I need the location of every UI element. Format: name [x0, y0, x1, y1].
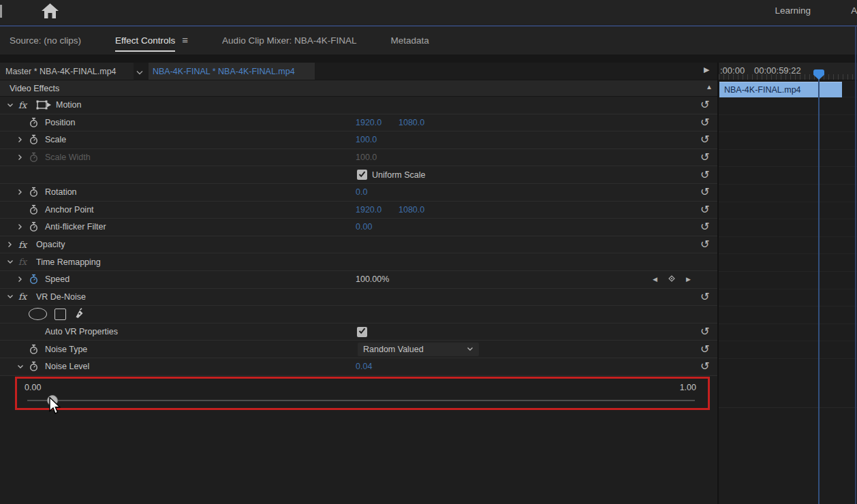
rotation-value[interactable]: 0.0: [356, 187, 399, 197]
motion-label: Motion: [56, 100, 82, 110]
add-keyframe-button[interactable]: [668, 274, 676, 285]
twirl-right-icon[interactable]: [17, 154, 29, 161]
workspace-tab-assembly[interactable]: As: [851, 5, 857, 16]
sequence-clip-tab[interactable]: NBA-4K-FINAL * NBA-4K-FINAL.mp4: [149, 63, 315, 80]
reset-parameter-button[interactable]: ↺: [700, 292, 709, 302]
rectangle-mask-button[interactable]: [54, 309, 66, 320]
anchor-point-value[interactable]: 1920.0: [356, 205, 399, 215]
reset-parameter-button[interactable]: ↺: [700, 239, 709, 250]
reset-parameter-button[interactable]: ↺: [700, 152, 709, 163]
row-motion: fxMotion↺: [0, 97, 718, 114]
keyframe-navigator: ◀▶: [653, 271, 691, 288]
uniform-scale-checkbox[interactable]: [357, 170, 367, 180]
speed-value[interactable]: 100.00%: [356, 274, 399, 284]
scale-width-value[interactable]: 100.0: [356, 153, 399, 162]
speed-label: Speed: [45, 274, 69, 284]
panel-tab-bar: Source: (no clips)Effect Controls≡Audio …: [0, 27, 857, 54]
chevron-down-icon[interactable]: [136, 68, 143, 78]
reset-parameter-button[interactable]: ↺: [700, 344, 709, 355]
video-effects-header: Video Effects ▲: [0, 80, 718, 97]
timeline-expand-icon[interactable]: ▶: [704, 65, 709, 74]
reset-parameter-button[interactable]: ↺: [700, 99, 709, 110]
mouse-cursor-icon: [48, 397, 63, 417]
timeline-ruler[interactable]: :00:00 00:00:59:22: [719, 63, 857, 80]
twirl-down-icon[interactable]: [7, 259, 18, 265]
timeline-clip-bar[interactable]: NBA-4K-FINAL.mp4: [719, 82, 842, 97]
timeline-clip-name: NBA-4K-FINAL.mp4: [724, 85, 801, 95]
stopwatch-icon[interactable]: [29, 187, 40, 198]
row-position: Position1920.01080.0↺: [0, 114, 718, 132]
twirl-right-icon[interactable]: [17, 223, 29, 230]
row-noise-level: Noise Level0.04↺: [0, 358, 718, 376]
workspace-tab-learning[interactable]: Learning: [775, 5, 811, 16]
scale-width-label: Scale Width: [45, 153, 91, 162]
position-value[interactable]: 1920.0: [356, 118, 399, 127]
anti-flicker-filter-value[interactable]: 0.00: [356, 222, 399, 232]
position-label: Position: [45, 118, 75, 127]
row-scale-width: Scale Width100.0↺: [0, 149, 718, 167]
row-mask-tools: [0, 306, 718, 324]
pen-mask-button[interactable]: [74, 308, 85, 321]
twirl-right-icon[interactable]: [17, 189, 29, 195]
reset-parameter-button[interactable]: ↺: [700, 134, 709, 145]
next-keyframe-button[interactable]: ▶: [686, 276, 691, 283]
row-time-remapping: fxTime Remapping: [0, 253, 718, 271]
scale-label: Scale: [45, 135, 66, 144]
reset-parameter-button[interactable]: ↺: [700, 204, 709, 215]
twirl-down-icon[interactable]: [7, 102, 18, 108]
twirl-right-icon[interactable]: [17, 136, 29, 143]
noise-type-dropdown[interactable]: Random Valued: [358, 343, 479, 356]
previous-keyframe-button[interactable]: ◀: [653, 276, 657, 283]
noise-type-label: Noise Type: [45, 345, 87, 354]
position-value[interactable]: 1080.0: [399, 118, 441, 127]
application-top-bar: Learning As: [0, 0, 857, 25]
fx-badge-icon: fx: [18, 100, 33, 110]
twirl-right-icon[interactable]: [7, 241, 18, 248]
opacity-label: Opacity: [36, 240, 65, 249]
reset-parameter-button[interactable]: ↺: [700, 117, 709, 128]
anchor-point-value[interactable]: 1080.0: [399, 205, 441, 215]
video-effects-title: Video Effects: [10, 84, 59, 93]
window-edge-accent: [0, 5, 2, 18]
tab-effect-controls[interactable]: Effect Controls≡: [115, 34, 188, 47]
noise-level-value[interactable]: 0.04: [356, 362, 399, 371]
panel-menu-icon[interactable]: ≡: [182, 34, 188, 47]
row-opacity: fxOpacity↺: [0, 236, 718, 254]
home-button[interactable]: [40, 3, 60, 22]
stopwatch-icon[interactable]: [29, 134, 40, 145]
twirl-down-icon[interactable]: [17, 364, 29, 370]
master-clip-label[interactable]: Master * NBA-4K-FINAL.mp4: [0, 63, 134, 80]
stopwatch-icon[interactable]: [29, 344, 40, 355]
reset-parameter-button[interactable]: ↺: [700, 187, 709, 198]
stopwatch-icon[interactable]: [29, 361, 40, 372]
stopwatch-icon[interactable]: [29, 221, 40, 232]
row-anti-flicker-filter: Anti-flicker Filter0.00↺: [0, 219, 718, 236]
ruler-ticks: [719, 74, 857, 80]
reset-parameter-button[interactable]: ↺: [700, 221, 709, 232]
timeline-separator: [719, 407, 857, 408]
tab-source[interactable]: Source: (no clips): [10, 35, 81, 46]
stopwatch-icon[interactable]: [29, 204, 40, 215]
panel-focus-border-right: [855, 27, 856, 504]
stopwatch-icon[interactable]: [29, 152, 40, 163]
effect-controls-panel: Master * NBA-4K-FINAL.mp4 NBA-4K-FINAL *…: [0, 54, 857, 504]
stopwatch-icon[interactable]: [29, 117, 40, 128]
tab-label: Metadata: [390, 35, 429, 52]
stopwatch-icon[interactable]: [29, 274, 40, 285]
pen-icon: [74, 308, 85, 321]
twirl-down-icon[interactable]: [7, 294, 18, 300]
row-noise-type: Noise TypeRandom Valued↺: [0, 341, 718, 358]
scale-value[interactable]: 100.0: [356, 135, 399, 144]
twirl-right-icon[interactable]: [17, 276, 29, 283]
row-auto-vr-properties: Auto VR Properties↺: [0, 324, 718, 341]
tab-metadata[interactable]: Metadata: [390, 35, 429, 46]
reset-parameter-button[interactable]: ↺: [700, 170, 709, 180]
ellipse-mask-icon: [29, 308, 47, 320]
rotation-label: Rotation: [45, 187, 77, 197]
ellipse-mask-button[interactable]: [29, 308, 47, 320]
tab-audio-clip-mixer[interactable]: Audio Clip Mixer: NBA-4K-FINAL: [222, 35, 356, 46]
collapse-section-icon[interactable]: ▲: [706, 83, 713, 91]
reset-parameter-button[interactable]: ↺: [700, 326, 709, 337]
reset-parameter-button[interactable]: ↺: [700, 361, 709, 372]
auto-vr-properties-checkbox[interactable]: [357, 327, 367, 337]
